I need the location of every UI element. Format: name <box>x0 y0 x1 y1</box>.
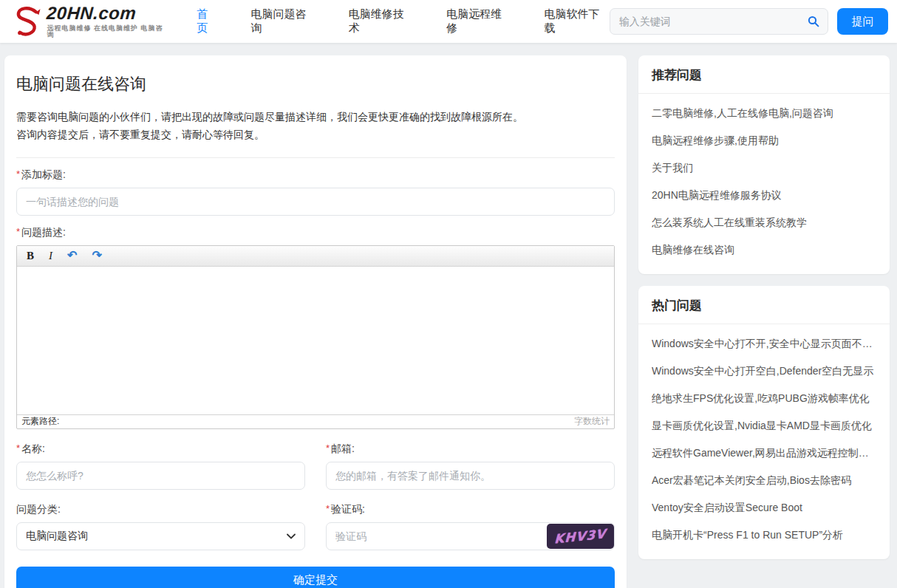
recommended-item[interactable]: 二零电脑维修,人工在线修电脑,问题咨询 <box>652 100 876 127</box>
captcha-field-label: *验证码: <box>326 503 615 516</box>
nav-item-software-download[interactable]: 电脑软件下载 <box>544 7 609 35</box>
nav-item-question-consult[interactable]: 电脑问题咨询 <box>251 7 316 35</box>
recommended-item[interactable]: 怎么装系统人工在线重装系统教学 <box>652 209 876 236</box>
category-selected-value: 电脑问题咨询 <box>26 530 88 543</box>
email-field-label: *邮箱: <box>326 442 615 456</box>
name-field-label: *名称: <box>16 442 305 456</box>
hot-questions-card: 热门问题 Windows安全中心打不开,安全中心显示页面不可... Window… <box>638 286 890 559</box>
captcha-image[interactable]: KHV3V <box>547 524 614 549</box>
hot-item[interactable]: Windows安全中心打开空白,Defender空白无显示 <box>652 358 876 385</box>
editor-toolbar: B I ↶ ↷ <box>17 246 614 267</box>
required-marker: * <box>326 442 330 454</box>
hot-item[interactable]: 显卡画质优化设置,Nvidia显卡AMD显卡画质优化 <box>652 412 876 440</box>
element-path-label: 元素路径: <box>21 415 59 428</box>
hot-item[interactable]: Acer宏碁笔记本关闭安全启动,Bios去除密码 <box>652 467 876 494</box>
brand-tagline: 远程电脑维修 在线电脑维护 电脑咨询 <box>47 25 168 38</box>
email-input[interactable] <box>326 462 615 490</box>
chevron-down-icon <box>287 533 296 539</box>
nav-item-remote-repair[interactable]: 电脑远程维修 <box>446 7 511 35</box>
intro-line-2: 咨询内容提交后，请不要重复提交，请耐心等待回复。 <box>16 126 615 144</box>
recommended-item[interactable]: 电脑远程维修步骤,使用帮助 <box>652 127 876 154</box>
required-marker: * <box>326 503 330 514</box>
recommended-item[interactable]: 电脑维修在线咨询 <box>652 236 876 264</box>
rich-text-editor: B I ↶ ↷ 元素路径: 字数统计 <box>16 245 615 429</box>
hot-item[interactable]: Ventoy安全启动设置Secure Boot <box>652 494 876 522</box>
undo-icon[interactable]: ↶ <box>65 248 79 263</box>
consult-form-card: 电脑问题在线咨询 需要咨询电脑问题的小伙伴们，请把出现的故障或问题尽量描述详细，… <box>4 55 627 588</box>
title-input[interactable] <box>16 188 615 216</box>
description-editor-area[interactable] <box>17 267 614 414</box>
search-input[interactable] <box>619 16 807 27</box>
captcha-text: KHV3V <box>554 526 607 547</box>
category-field-label: 问题分类: <box>16 503 305 516</box>
page-content: 电脑问题在线咨询 需要咨询电脑问题的小伙伴们，请把出现的故障或问题尽量描述详细，… <box>0 43 897 588</box>
ask-question-button[interactable]: 提问 <box>837 8 888 35</box>
page-title: 电脑问题在线咨询 <box>16 73 615 95</box>
search-box <box>610 8 828 35</box>
submit-button[interactable]: 确定提交 <box>16 567 615 588</box>
main-nav: 首页 电脑问题咨询 电脑维修技术 电脑远程维修 电脑软件下载 <box>197 7 609 35</box>
nav-item-home[interactable]: 首页 <box>197 7 218 35</box>
hot-item[interactable]: 远程软件GameViewer,网易出品游戏远程控制工具 <box>652 440 876 467</box>
recommended-questions-list: 二零电脑维修,人工在线修电脑,问题咨询 电脑远程维修步骤,使用帮助 关于我们 2… <box>638 94 890 274</box>
hot-questions-title: 热门问题 <box>638 286 890 324</box>
required-marker: * <box>16 226 20 237</box>
recommended-questions-card: 推荐问题 二零电脑维修,人工在线修电脑,问题咨询 电脑远程维修步骤,使用帮助 关… <box>638 55 890 274</box>
bold-button[interactable]: B <box>24 249 36 263</box>
category-select[interactable]: 电脑问题咨询 <box>16 522 305 550</box>
required-marker: * <box>16 168 20 180</box>
header: 20HN.com 远程电脑维修 在线电脑维护 电脑咨询 首页 电脑问题咨询 电脑… <box>0 0 897 43</box>
italic-button[interactable]: I <box>47 249 55 263</box>
hot-item[interactable]: 电脑开机卡“Press F1 to Run SETUP”分析 <box>652 522 876 549</box>
recommended-item[interactable]: 20HN电脑远程维修服务协议 <box>652 182 876 209</box>
search-icon[interactable] <box>807 15 820 28</box>
hot-questions-list: Windows安全中心打不开,安全中心显示页面不可... Windows安全中心… <box>638 324 890 559</box>
redo-icon[interactable]: ↷ <box>89 248 103 263</box>
required-marker: * <box>16 442 20 454</box>
description-field-label: *问题描述: <box>16 226 615 239</box>
brand-name: 20HN.com <box>47 4 169 22</box>
hot-item[interactable]: Windows安全中心打不开,安全中心显示页面不可... <box>652 330 876 358</box>
hot-item[interactable]: 绝地求生FPS优化设置,吃鸡PUBG游戏帧率优化 <box>652 385 876 412</box>
editor-status-bar: 元素路径: 字数统计 <box>17 414 614 428</box>
name-input[interactable] <box>16 462 305 490</box>
recommended-questions-title: 推荐问题 <box>638 55 890 94</box>
intro-line-1: 需要咨询电脑问题的小伙伴们，请把出现的故障或问题尽量描述详细，我们会更快更准确的… <box>16 109 615 126</box>
site-logo[interactable]: 20HN.com 远程电脑维修 在线电脑维护 电脑咨询 <box>13 4 168 38</box>
recommended-item[interactable]: 关于我们 <box>652 154 876 182</box>
dragon-logo-icon <box>13 5 42 38</box>
divider <box>16 157 615 158</box>
sidebar: 推荐问题 二零电脑维修,人工在线修电脑,问题咨询 电脑远程维修步骤,使用帮助 关… <box>638 55 890 559</box>
title-field-label: *添加标题: <box>16 168 615 182</box>
nav-item-repair-tech[interactable]: 电脑维修技术 <box>349 7 414 35</box>
word-count-label: 字数统计 <box>574 415 610 428</box>
